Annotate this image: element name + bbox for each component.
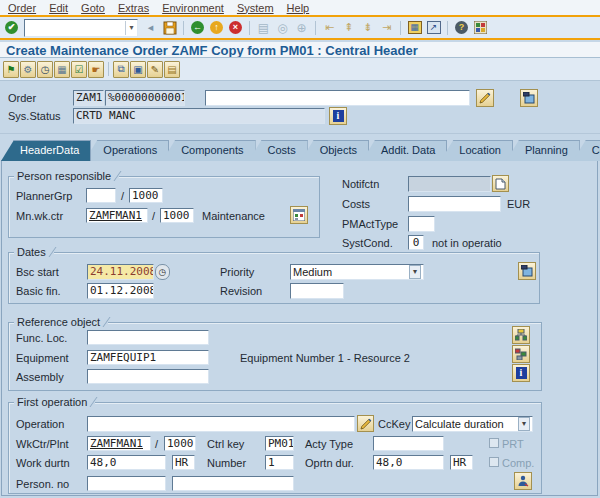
func-loc-field[interactable] [87,330,209,345]
oprtn-dur-field[interactable]: 48,0 [373,455,444,470]
long-text-button[interactable] [476,89,494,107]
revision-field[interactable] [290,283,344,299]
cckey-dropdown-icon[interactable]: ▾ [518,417,530,431]
number-field[interactable]: 1 [265,455,294,470]
command-dropdown-icon[interactable]: ▾ [125,21,137,35]
work-durtn-field[interactable]: 48,0 [87,455,166,470]
release-order-button[interactable]: ⚑ [3,61,19,78]
put-in-process-button[interactable]: ⚙ [20,61,36,78]
tab-headerdata[interactable]: HeaderData [1,140,91,161]
menu-edit[interactable]: Edit [49,2,68,14]
operation-field[interactable] [87,416,355,432]
assembly-field[interactable] [87,369,209,384]
work-durtn-unit-field[interactable]: HR [172,455,195,470]
page-up-button[interactable]: ⇞ [340,19,357,36]
command-field[interactable] [25,21,125,35]
first-page-icon: ⇤ [325,21,334,34]
find-button[interactable]: ◎ [274,19,291,36]
plannergrp-plant-field[interactable]: 1000 [129,188,163,203]
order-number-field[interactable]: %00000000001 [105,90,185,106]
tab-objects[interactable]: Objects [301,140,369,161]
tab-costs[interactable]: Costs [249,140,308,161]
equipment-field[interactable]: ZAMFEQUIP1 [87,350,209,365]
new-session-button[interactable]: ▦ [406,19,423,36]
menu-help[interactable]: Help [287,2,310,14]
standard-toolbar: ✔ ▾ ◂ ← ↑ × ▤ ◎ ⊕ ⇤ ⇞ ⇟ ⇥ ▦ ↗ ? [0,15,600,40]
find-next-button[interactable]: ⊕ [293,19,310,36]
wkctr-field[interactable]: ZAMFMAN1 [87,436,151,451]
basic-fin-field[interactable]: 01.12.2008 [87,283,154,299]
print-button[interactable]: ▤ [255,19,272,36]
oprtn-dur-unit-field[interactable]: HR [450,455,473,470]
wkctr-plant-field[interactable]: 1000 [164,436,196,451]
mnwkctr-plant-field[interactable]: 1000 [160,208,194,223]
comp-checkbox[interactable] [489,457,499,467]
status-detail-button[interactable]: i [329,107,347,125]
prt-checkbox[interactable] [489,438,499,448]
object-info-button[interactable]: i [512,364,530,382]
menu-extras[interactable]: Extras [118,2,149,14]
structure-list-button[interactable] [512,326,530,344]
menu-goto[interactable]: Goto [81,2,105,14]
header-separator [0,133,600,134]
new-session-icon: ▦ [408,21,422,34]
calculate-costs-button[interactable]: ▦ [54,61,70,78]
cckey-select[interactable]: Calculate duration ▾ [412,416,533,432]
assembly-label: Assembly [16,371,64,383]
dates-detail-button[interactable] [518,262,536,280]
create-notification-button[interactable] [492,175,509,192]
hierarchy-button[interactable]: ⧉ [113,61,129,78]
tab-location[interactable]: Location [440,140,513,161]
toolbar-separator [183,21,184,35]
save-button[interactable] [161,19,178,36]
org-structure-icon [515,329,527,341]
tab-components[interactable]: Components [162,140,255,161]
person-no-field[interactable] [87,476,166,491]
help-button[interactable]: ? [453,19,470,36]
enter-button[interactable]: ✔ [3,19,20,36]
object-structure-button[interactable] [512,345,530,363]
notifctn-field[interactable] [408,176,491,192]
schedule-button[interactable]: ◷ [37,61,53,78]
tab-addit-data[interactable]: Addit. Data [362,140,447,161]
collapse-icon[interactable]: ◂ [142,19,159,36]
cancel-button[interactable]: × [227,19,244,36]
tab-operations[interactable]: Operations [84,140,169,161]
mnwkctr-field[interactable]: ZAMFMAN1 [86,208,148,223]
bsc-start-field[interactable]: 24.11.2008 [87,264,154,280]
menu-order[interactable]: Order [8,2,36,14]
last-page-button[interactable]: ⇥ [378,19,395,36]
order-type-field[interactable]: ZAM1 [73,90,104,106]
priority-select[interactable]: Medium ▾ [290,264,424,280]
graphic-button[interactable]: ▣ [130,61,146,78]
menu-system[interactable]: System [237,2,274,14]
order-short-text-field[interactable] [205,90,470,106]
first-page-button[interactable]: ⇤ [321,19,338,36]
requirements-assignment-button[interactable] [514,472,532,490]
priority-dropdown-icon[interactable]: ▾ [409,265,421,279]
create-shortcut-button[interactable]: ↗ [425,19,442,36]
order-header-box-button[interactable] [520,89,538,107]
systcond-field[interactable]: 0 [408,235,424,250]
pmacttype-field[interactable] [408,216,435,232]
availability-check-button[interactable]: ☑ [71,61,87,78]
date-picker-button[interactable]: ◷ [155,264,170,280]
back-button[interactable]: ← [189,19,206,36]
customize-icon [474,21,487,34]
customize-layout-button[interactable] [472,19,489,36]
clipboard-button[interactable]: ▤ [164,61,180,78]
exit-button[interactable]: ↑ [208,19,225,36]
menu-environment[interactable]: Environment [162,2,224,14]
costs-field[interactable] [408,196,501,212]
complete-button[interactable]: ☛ [88,61,104,78]
page-down-button[interactable]: ⇟ [359,19,376,36]
capacity-button[interactable] [290,206,308,224]
person-no-name-field[interactable] [172,476,294,491]
acty-type-field[interactable] [373,436,444,451]
operation-long-text-button[interactable] [357,415,374,432]
sys-status-field[interactable]: CRTD MANC [73,108,325,124]
ctrl-key-field[interactable]: PM01 [265,436,294,451]
plannergrp-field[interactable] [86,188,116,203]
log-button[interactable]: ✎ [147,61,163,78]
tab-planning[interactable]: Planning [506,140,580,161]
